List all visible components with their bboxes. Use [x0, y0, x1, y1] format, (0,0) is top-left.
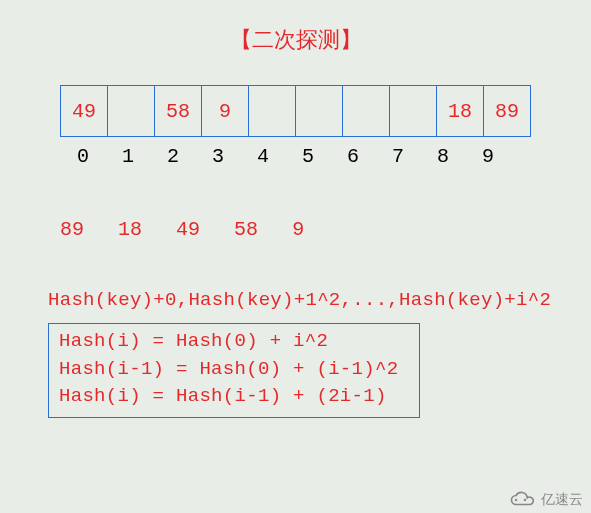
idx-2: 2: [150, 145, 196, 168]
watermark: 亿速云: [507, 491, 583, 509]
idx-9: 9: [465, 145, 511, 168]
seq-0: 89: [60, 218, 84, 241]
cell-6: [342, 85, 390, 137]
index-row: 0 1 2 3 4 5 6 7 8 9: [60, 145, 591, 168]
seq-1: 18: [118, 218, 142, 241]
idx-4: 4: [240, 145, 286, 168]
idx-3: 3: [195, 145, 241, 168]
idx-6: 6: [330, 145, 376, 168]
formula-line-3: Hash(i) = Hash(i-1) + (2i-1): [59, 383, 409, 411]
cloud-logo-icon: [507, 491, 537, 509]
idx-8: 8: [420, 145, 466, 168]
idx-1: 1: [105, 145, 151, 168]
cell-4: [248, 85, 296, 137]
seq-2: 49: [176, 218, 200, 241]
cell-9: 89: [483, 85, 531, 137]
formula-line-1: Hash(i) = Hash(0) + i^2: [59, 328, 409, 356]
seq-4: 9: [292, 218, 304, 241]
cell-7: [389, 85, 437, 137]
seq-3: 58: [234, 218, 258, 241]
formula-line-2: Hash(i-1) = Hash(0) + (i-1)^2: [59, 356, 409, 384]
cell-0: 49: [60, 85, 108, 137]
svg-point-0: [515, 499, 517, 501]
cell-1: [107, 85, 155, 137]
formula-derivation-box: Hash(i) = Hash(0) + i^2 Hash(i-1) = Hash…: [48, 323, 420, 418]
svg-point-1: [524, 499, 526, 501]
probe-formula-line: Hash(key)+0,Hash(key)+1^2,...,Hash(key)+…: [48, 289, 591, 311]
cell-5: [295, 85, 343, 137]
idx-5: 5: [285, 145, 331, 168]
watermark-text: 亿速云: [541, 491, 583, 509]
idx-7: 7: [375, 145, 421, 168]
cell-2: 58: [154, 85, 202, 137]
idx-0: 0: [60, 145, 106, 168]
cell-8: 18: [436, 85, 484, 137]
diagram-title: 【二次探测】: [0, 0, 591, 85]
cell-3: 9: [201, 85, 249, 137]
hash-table-wrap: 49 58 9 18 89 0 1 2 3 4 5 6 7 8 9: [60, 85, 591, 168]
hash-table-row: 49 58 9 18 89: [60, 85, 591, 137]
insert-sequence: 89 18 49 58 9: [60, 218, 591, 241]
